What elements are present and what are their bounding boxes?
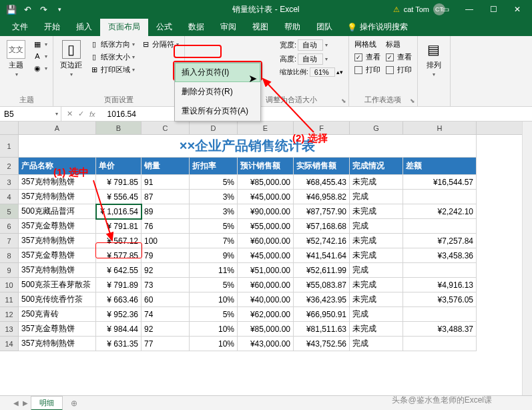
data-cell[interactable]: 357克金尊熟饼 <box>19 248 96 263</box>
size-button[interactable]: ▯纸张大小▾ <box>87 51 136 63</box>
data-cell[interactable]: 未完成 <box>350 234 403 248</box>
data-cell[interactable]: ¥81,511.63 <box>294 322 350 337</box>
data-cell[interactable]: ¥45,000.00 <box>238 190 294 204</box>
data-cell[interactable]: ¥52,742.16 <box>294 234 350 248</box>
cancel-icon[interactable]: ✕ <box>67 110 73 118</box>
row-header[interactable]: 6 <box>0 219 19 234</box>
data-cell[interactable]: 87 <box>142 190 190 204</box>
data-cell[interactable]: 92 <box>142 322 190 337</box>
data-cell[interactable]: 357克特制熟饼 <box>19 263 96 278</box>
data-cell[interactable]: ¥87,757.90 <box>294 204 350 219</box>
data-cell[interactable]: 60 <box>142 292 190 307</box>
column-header-A[interactable]: A <box>19 122 96 134</box>
data-cell[interactable]: 5% <box>190 219 238 234</box>
row-header[interactable]: 4 <box>0 190 19 204</box>
data-cell[interactable]: 完成 <box>350 190 403 204</box>
data-cell[interactable]: 357克金尊熟饼 <box>19 322 96 337</box>
data-cell[interactable]: ¥3,576.05 <box>403 292 477 307</box>
tell-me[interactable]: 💡 操作说明搜索 <box>340 18 415 36</box>
header-cell[interactable]: 折扣率 <box>190 158 238 175</box>
redo-icon[interactable]: ↷ <box>36 2 51 17</box>
data-cell[interactable]: ¥55,000.00 <box>238 219 294 234</box>
data-cell[interactable] <box>403 337 477 351</box>
data-cell[interactable]: 5% <box>190 278 238 292</box>
reset-page-breaks-item[interactable]: 重设所有分页符(A) <box>175 101 260 121</box>
data-cell[interactable]: 357克特制熟饼 <box>19 337 96 351</box>
tab-help[interactable]: 帮助 <box>276 18 308 36</box>
data-cell[interactable] <box>403 190 477 204</box>
header-cell[interactable]: 完成情况 <box>350 158 403 175</box>
row-header[interactable]: 7 <box>0 234 19 248</box>
gridlines-print-checkbox[interactable]: 打印 <box>353 64 382 75</box>
data-cell[interactable]: 357克特制熟饼 <box>19 190 96 204</box>
data-cell[interactable]: 5% <box>190 175 238 190</box>
sheet-options-launcher[interactable]: ⬊ <box>410 97 415 104</box>
scale-control[interactable]: 缩放比例: 61%▴▾ <box>278 67 344 77</box>
data-cell[interactable]: 完成 <box>350 219 403 234</box>
data-cell[interactable]: 未完成 <box>350 175 403 190</box>
data-cell[interactable]: 5% <box>190 307 238 322</box>
scale-launcher[interactable]: ⬊ <box>341 97 346 104</box>
data-cell[interactable]: 91 <box>142 175 190 190</box>
data-cell[interactable]: 11% <box>190 263 238 278</box>
column-header-C[interactable]: C <box>142 122 190 134</box>
new-sheet-button[interactable]: ⊕ <box>65 399 83 408</box>
data-cell[interactable]: ¥ 952.36 <box>96 307 142 322</box>
tab-home[interactable]: 开始 <box>36 18 68 36</box>
data-cell[interactable]: ¥ 631.35 <box>96 337 142 351</box>
undo-icon[interactable]: ↶ <box>20 2 35 17</box>
sheet-nav[interactable]: ◀▶ <box>13 399 28 407</box>
data-cell[interactable]: 完成 <box>350 337 403 351</box>
data-cell[interactable]: ¥ 1,016.54 <box>96 204 142 219</box>
data-cell[interactable]: 73 <box>142 278 190 292</box>
row-header[interactable]: 5 <box>0 204 19 219</box>
remove-page-break-item[interactable]: 删除分页符(R) <box>175 82 260 101</box>
data-cell[interactable]: ¥ 567.12 <box>96 234 142 248</box>
data-cell[interactable]: ¥66,950.91 <box>294 307 350 322</box>
data-cell[interactable]: ¥2,242.10 <box>403 204 477 219</box>
colors-button[interactable]: ▦▾ <box>31 39 49 49</box>
sheet-tab[interactable]: 明细 <box>31 396 63 411</box>
margins-button[interactable]: ▯ 页边距 ▾ <box>57 39 85 79</box>
row-header[interactable]: 13 <box>0 322 19 337</box>
data-cell[interactable]: 357克金尊熟饼 <box>19 219 96 234</box>
vertical-scrollbar[interactable] <box>522 122 532 395</box>
data-cell[interactable]: 500克传统香竹茶 <box>19 292 96 307</box>
data-cell[interactable]: ¥7,257.84 <box>403 234 477 248</box>
data-cell[interactable]: ¥3,458.36 <box>403 248 477 263</box>
minimize-button[interactable]: — <box>457 0 481 19</box>
data-cell[interactable]: ¥ 984.44 <box>96 322 142 337</box>
data-cell[interactable]: 10% <box>190 292 238 307</box>
header-cell[interactable]: 单价 <box>96 158 142 175</box>
data-cell[interactable]: 250克青砖 <box>19 307 96 322</box>
tab-page-layout[interactable]: 页面布局 <box>100 18 148 36</box>
data-cell[interactable]: ¥ 791.89 <box>96 278 142 292</box>
data-cell[interactable]: ¥43,000.00 <box>238 337 294 351</box>
save-icon[interactable]: 💾 <box>4 2 19 17</box>
tab-formulas[interactable]: 公式 <box>148 18 180 36</box>
fonts-button[interactable]: A▾ <box>31 51 49 61</box>
column-header-B[interactable]: B <box>96 122 142 134</box>
data-cell[interactable]: 10% <box>190 337 238 351</box>
data-cell[interactable]: 未完成 <box>350 248 403 263</box>
close-button[interactable]: ✕ <box>505 0 529 19</box>
data-cell[interactable]: ¥90,000.00 <box>238 204 294 219</box>
row-header[interactable]: 9 <box>0 263 19 278</box>
tab-insert[interactable]: 插入 <box>68 18 100 36</box>
data-cell[interactable]: ¥41,541.64 <box>294 248 350 263</box>
headings-view-checkbox[interactable]: ✓查看 <box>384 51 413 63</box>
row-header[interactable]: 12 <box>0 307 19 322</box>
data-cell[interactable]: 9% <box>190 248 238 263</box>
data-cell[interactable]: ¥85,000.00 <box>238 322 294 337</box>
data-cell[interactable]: ¥46,958.82 <box>294 190 350 204</box>
data-cell[interactable]: ¥52,611.99 <box>294 263 350 278</box>
data-cell[interactable]: 76 <box>142 219 190 234</box>
data-cell[interactable]: 79 <box>142 248 190 263</box>
headings-print-checkbox[interactable]: 打印 <box>384 64 413 75</box>
arrange-button[interactable]: ▤ 排列 ▾ <box>422 39 446 79</box>
row-header[interactable]: 3 <box>0 175 19 190</box>
column-header-G[interactable]: G <box>350 122 403 134</box>
data-cell[interactable]: ¥62,000.00 <box>238 307 294 322</box>
header-cell[interactable]: 预计销售额 <box>238 158 294 175</box>
fx-icon[interactable]: fx <box>89 110 95 118</box>
